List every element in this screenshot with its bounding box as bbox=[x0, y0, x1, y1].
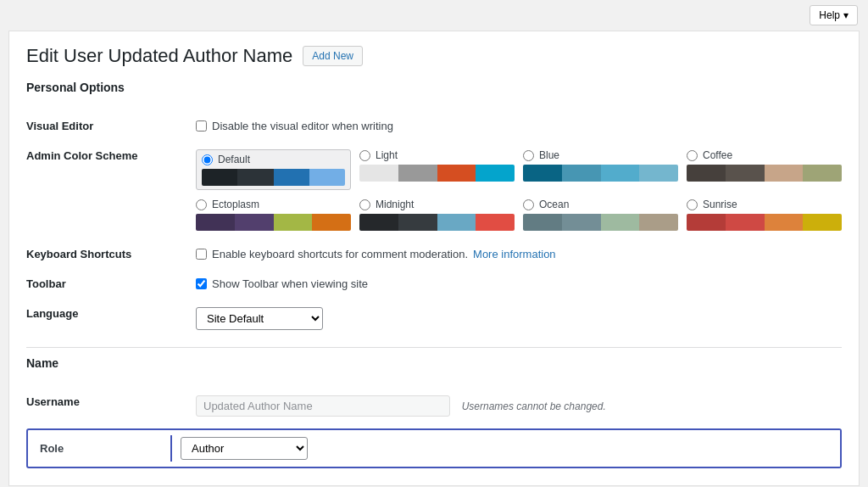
keyboard-shortcuts-label: Keyboard Shortcuts bbox=[26, 239, 196, 269]
color-scheme-option-coffee[interactable]: Coffee bbox=[687, 149, 842, 190]
name-section: Name Username Usernames cannot be change… bbox=[26, 356, 842, 468]
color-scheme-option-sunrise[interactable]: Sunrise bbox=[687, 199, 842, 231]
keyboard-shortcuts-checkbox[interactable] bbox=[196, 249, 207, 260]
color-scheme-option-midnight[interactable]: Midnight bbox=[359, 199, 515, 231]
color-scheme-label-sunrise[interactable]: Sunrise bbox=[687, 199, 842, 210]
color-scheme-option-default[interactable]: Default bbox=[196, 149, 351, 190]
color-bar-light bbox=[359, 165, 515, 182]
color-scheme-label-ectoplasm[interactable]: Ectoplasm bbox=[196, 199, 351, 210]
top-bar: Help ▾ bbox=[0, 0, 868, 31]
toolbar-label: Toolbar bbox=[26, 269, 196, 299]
toolbar-checkbox[interactable] bbox=[196, 278, 207, 289]
role-row-wrapper: Role AdministratorEditorAuthorContributo… bbox=[26, 428, 842, 468]
page-title: Edit User Updated Author Name bbox=[26, 45, 292, 67]
username-label: Username bbox=[26, 387, 196, 425]
username-input[interactable] bbox=[196, 395, 450, 417]
color-bar-midnight bbox=[359, 214, 515, 231]
color-segment-ectoplasm-3 bbox=[312, 214, 351, 231]
color-bar-coffee bbox=[687, 165, 842, 182]
color-bar-ocean bbox=[523, 214, 678, 231]
color-scheme-label-light[interactable]: Light bbox=[359, 149, 515, 161]
color-segment-midnight-2 bbox=[437, 214, 476, 231]
section-divider bbox=[26, 347, 842, 348]
keyboard-shortcuts-text: Enable keyboard shortcuts for comment mo… bbox=[212, 248, 468, 260]
add-new-button[interactable]: Add New bbox=[303, 46, 363, 66]
color-scheme-name-coffee: Coffee bbox=[703, 149, 732, 161]
help-label: Help bbox=[819, 9, 840, 21]
color-bar-blue bbox=[523, 165, 678, 182]
color-segment-light-1 bbox=[398, 165, 437, 182]
color-bar-sunrise bbox=[687, 214, 842, 231]
color-scheme-radio-sunrise[interactable] bbox=[687, 199, 698, 210]
language-select[interactable]: Site DefaultEnglish (US)SpanishFrenchGer… bbox=[196, 307, 323, 330]
color-scheme-grid: DefaultLightBlueCoffeeEctoplasmMidnightO… bbox=[196, 149, 842, 231]
color-scheme-radio-ocean[interactable] bbox=[523, 199, 534, 210]
visual-editor-checkbox-text: Disable the visual editor when writing bbox=[212, 120, 393, 132]
color-segment-coffee-2 bbox=[765, 165, 804, 182]
color-segment-blue-1 bbox=[562, 165, 601, 182]
personal-options-table: Visual Editor Disable the visual editor … bbox=[26, 111, 842, 339]
color-scheme-name-default: Default bbox=[218, 154, 250, 165]
color-segment-ocean-1 bbox=[562, 214, 601, 231]
visual-editor-cell: Disable the visual editor when writing bbox=[196, 111, 842, 141]
color-segment-midnight-1 bbox=[398, 214, 437, 231]
color-scheme-cell: DefaultLightBlueCoffeeEctoplasmMidnightO… bbox=[196, 141, 842, 239]
color-scheme-option-ectoplasm[interactable]: Ectoplasm bbox=[196, 199, 351, 231]
color-segment-coffee-3 bbox=[803, 165, 842, 182]
color-segment-light-3 bbox=[476, 165, 515, 182]
name-table: Username Usernames cannot be changed. bbox=[26, 387, 842, 425]
color-segment-coffee-1 bbox=[726, 165, 765, 182]
visual-editor-label: Visual Editor bbox=[26, 111, 196, 141]
keyboard-shortcuts-more-info[interactable]: More information bbox=[473, 248, 556, 260]
language-row: Language Site DefaultEnglish (US)Spanish… bbox=[26, 299, 842, 339]
personal-options-section: Personal Options Visual Editor Disable t… bbox=[26, 81, 842, 339]
page-wrapper: Help ▾ Edit User Updated Author Name Add… bbox=[0, 0, 868, 486]
color-scheme-label-midnight[interactable]: Midnight bbox=[359, 199, 515, 210]
visual-editor-checkbox-label[interactable]: Disable the visual editor when writing bbox=[196, 120, 842, 132]
color-scheme-option-ocean[interactable]: Ocean bbox=[523, 199, 678, 231]
color-bar-ectoplasm bbox=[196, 214, 351, 231]
color-scheme-radio-ectoplasm[interactable] bbox=[196, 199, 207, 210]
color-bar-default bbox=[202, 169, 345, 186]
color-scheme-radio-light[interactable] bbox=[359, 150, 370, 161]
color-scheme-label: Admin Color Scheme bbox=[26, 141, 196, 239]
color-segment-sunrise-3 bbox=[803, 214, 842, 231]
color-scheme-label-default[interactable]: Default bbox=[202, 154, 345, 165]
color-segment-ocean-3 bbox=[639, 214, 678, 231]
color-scheme-radio-midnight[interactable] bbox=[359, 199, 370, 210]
color-segment-ectoplasm-0 bbox=[196, 214, 235, 231]
color-scheme-option-light[interactable]: Light bbox=[359, 149, 515, 190]
color-scheme-name-sunrise: Sunrise bbox=[703, 199, 737, 210]
color-scheme-label-coffee[interactable]: Coffee bbox=[687, 149, 842, 161]
visual-editor-checkbox[interactable] bbox=[196, 120, 207, 132]
toolbar-checkbox-label[interactable]: Show Toolbar when viewing site bbox=[196, 277, 842, 290]
color-segment-default-0 bbox=[202, 169, 237, 186]
color-scheme-radio-coffee[interactable] bbox=[687, 150, 698, 161]
language-cell: Site DefaultEnglish (US)SpanishFrenchGer… bbox=[196, 299, 842, 339]
username-note: Usernames cannot be changed. bbox=[462, 400, 606, 412]
color-scheme-radio-blue[interactable] bbox=[523, 150, 534, 161]
toolbar-cell: Show Toolbar when viewing site bbox=[196, 269, 842, 299]
color-segment-ocean-0 bbox=[523, 214, 562, 231]
color-scheme-name-light: Light bbox=[376, 149, 398, 161]
color-scheme-row: Admin Color Scheme DefaultLightBlueCoffe… bbox=[26, 141, 842, 239]
color-scheme-radio-default[interactable] bbox=[202, 154, 213, 165]
help-button[interactable]: Help ▾ bbox=[810, 5, 858, 25]
role-row-label: Role bbox=[28, 435, 172, 462]
help-arrow: ▾ bbox=[843, 9, 849, 21]
page-header: Edit User Updated Author Name Add New bbox=[26, 45, 842, 67]
username-row: Username Usernames cannot be changed. bbox=[26, 387, 842, 425]
color-segment-sunrise-1 bbox=[726, 214, 765, 231]
color-scheme-label-ocean[interactable]: Ocean bbox=[523, 199, 678, 210]
role-select[interactable]: AdministratorEditorAuthorContributorSubs… bbox=[181, 437, 308, 460]
color-scheme-name-midnight: Midnight bbox=[376, 199, 414, 210]
language-label: Language bbox=[26, 299, 196, 339]
personal-options-title: Personal Options bbox=[26, 81, 842, 99]
toolbar-row: Toolbar Show Toolbar when viewing site bbox=[26, 269, 842, 299]
color-scheme-option-blue[interactable]: Blue bbox=[523, 149, 678, 190]
color-scheme-label-blue[interactable]: Blue bbox=[523, 149, 678, 161]
color-segment-blue-2 bbox=[601, 165, 640, 182]
main-content: Edit User Updated Author Name Add New Pe… bbox=[8, 31, 860, 486]
keyboard-shortcuts-checkbox-label[interactable]: Enable keyboard shortcuts for comment mo… bbox=[196, 248, 842, 260]
color-segment-coffee-0 bbox=[687, 165, 726, 182]
